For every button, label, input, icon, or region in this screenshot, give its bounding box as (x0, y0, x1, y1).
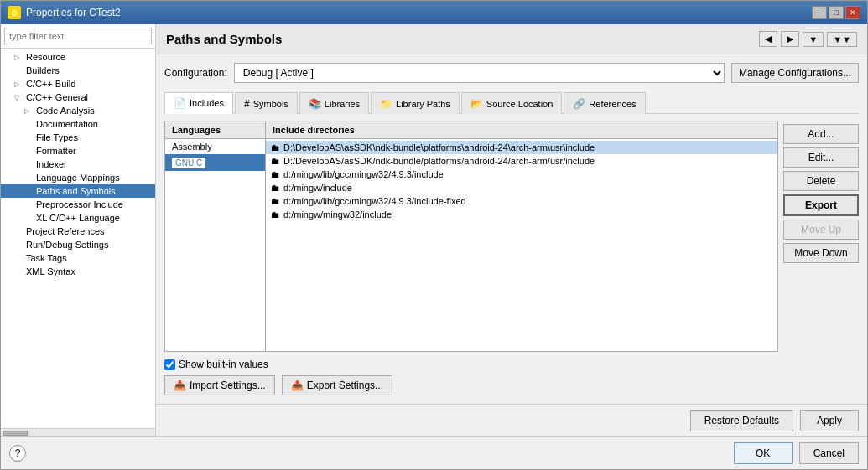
scrollbar-thumb[interactable] (3, 431, 28, 436)
tab-symbols[interactable]: # Symbols (235, 92, 298, 114)
move-down-button[interactable]: Move Down (783, 243, 859, 263)
lang-item-gnu-c[interactable]: GNU C (165, 154, 265, 171)
minimize-button[interactable]: ─ (812, 6, 827, 19)
tab-source-location-label: Source Location (486, 99, 554, 109)
panel-bottom-bar: Restore Defaults Apply (156, 404, 867, 436)
window-title: Properties for CTest2 (26, 7, 121, 18)
dir-item-6[interactable]: 🖿 d:/mingw/mingw32/include (266, 208, 777, 221)
search-input[interactable] (4, 28, 152, 44)
side-buttons: Add... Edit... Delete Export Move Up Mov… (783, 121, 859, 352)
tab-symbols-label: Symbols (253, 99, 288, 109)
symbols-tab-icon: # (244, 98, 250, 110)
config-label: Configuration: (164, 67, 227, 79)
panel-header: Paths and Symbols ◀ ▶ ▼ ▼▼ (156, 24, 867, 54)
export-settings-button[interactable]: 📤 Export Settings... (282, 375, 392, 395)
show-builtin-text: Show built-in values (179, 359, 268, 370)
sidebar-item-indexer[interactable]: Indexer (1, 158, 155, 171)
import-settings-button[interactable]: 📥 Import Settings... (164, 375, 275, 395)
title-bar: ⚙ Properties for CTest2 ─ □ ✕ (1, 1, 867, 24)
content-area: Languages Assembly GNU C (164, 121, 859, 352)
manage-configurations-button[interactable]: Manage Configurations... (731, 63, 859, 83)
lang-item-assembly[interactable]: Assembly (165, 139, 265, 154)
sidebar-item-label: Paths and Symbols (36, 186, 116, 196)
sidebar-item-project-refs[interactable]: Project References (1, 225, 155, 238)
show-builtin-label[interactable]: Show built-in values (164, 359, 268, 370)
sidebar-item-builders[interactable]: Builders (1, 64, 155, 77)
config-select[interactable]: Debug [ Active ] (234, 63, 725, 83)
tab-library-paths[interactable]: 📁 Library Paths (371, 92, 460, 114)
config-row: Configuration: Debug [ Active ] Manage C… (164, 63, 859, 83)
main-content: ▷ Resource Builders ▷ C/C++ Build ▽ C/C+… (1, 24, 867, 436)
ok-button[interactable]: OK (734, 442, 793, 464)
sidebar-item-formatter[interactable]: Formatter (1, 144, 155, 158)
includes-tab-icon: 📄 (174, 97, 186, 109)
sidebar-item-preprocessor-include[interactable]: Preprocessor Include (1, 198, 155, 211)
sidebar-item-resource[interactable]: ▷ Resource (1, 50, 155, 64)
sidebar-item-label: Formatter (36, 146, 76, 156)
sidebar-item-file-types[interactable]: File Types (1, 131, 155, 144)
tab-source-location[interactable]: 📂 Source Location (461, 92, 563, 114)
sidebar-item-label: Indexer (36, 159, 67, 169)
sidebar-item-label: Task Tags (26, 253, 67, 263)
show-builtin-checkbox[interactable] (164, 359, 175, 370)
sidebar-item-language-mappings[interactable]: Language Mappings (1, 171, 155, 184)
dir-item-1[interactable]: 🖿 D:\DevelopAS\asSDK\ndk-bundle\platform… (266, 141, 777, 154)
panel-body: Configuration: Debug [ Active ] Manage C… (156, 54, 867, 404)
back-button[interactable]: ◀ (759, 31, 777, 47)
sidebar-item-run-debug[interactable]: Run/Debug Settings (1, 238, 155, 251)
dirs-header: Include directories (266, 121, 777, 139)
cancel-button[interactable]: Cancel (799, 442, 859, 464)
sidebar-item-cpp-general[interactable]: ▽ C/C++ General (1, 90, 155, 104)
edit-button[interactable]: Edit... (783, 147, 859, 168)
dir-icon-4: 🖿 (271, 183, 280, 193)
move-up-button[interactable]: Move Up (783, 220, 859, 240)
dir-icon-3: 🖿 (271, 169, 280, 179)
sidebar: ▷ Resource Builders ▷ C/C++ Build ▽ C/C+… (1, 24, 156, 436)
sidebar-scrollbar[interactable] (1, 428, 155, 436)
sidebar-item-xml-syntax[interactable]: XML Syntax (1, 265, 155, 278)
dir-item-3[interactable]: 🖿 d:/mingw/lib/gcc/mingw32/4.9.3/include (266, 168, 777, 181)
tab-libraries[interactable]: 📚 Libraries (299, 92, 369, 114)
export-button[interactable]: Export (783, 194, 859, 216)
main-bottom-bar: ? OK Cancel (1, 436, 867, 469)
sidebar-item-documentation[interactable]: Documentation (1, 117, 155, 131)
sidebar-item-xl-cpp[interactable]: XL C/C++ Language (1, 211, 155, 225)
sidebar-item-paths-symbols[interactable]: Paths and Symbols (1, 184, 155, 198)
sidebar-item-cpp-build[interactable]: ▷ C/C++ Build (1, 77, 155, 90)
maximize-button[interactable]: □ (829, 6, 844, 19)
languages-panel: Languages Assembly GNU C (165, 121, 266, 351)
bottom-options: Show built-in values (164, 359, 859, 370)
export-icon: 📤 (291, 380, 304, 391)
expand-arrow: ▷ (14, 54, 23, 61)
dir-item-2[interactable]: 🖿 D:/DevelopAS/asSDK/ndk-bundle/platform… (266, 154, 777, 168)
dir-icon-2: 🖿 (271, 156, 280, 166)
main-window: ⚙ Properties for CTest2 ─ □ ✕ ▷ Resource (0, 0, 868, 470)
close-button[interactable]: ✕ (845, 6, 860, 19)
search-box (1, 24, 155, 49)
add-button[interactable]: Add... (783, 124, 859, 144)
apply-button[interactable]: Apply (800, 410, 859, 431)
dir-item-4[interactable]: 🖿 d:/mingw/include (266, 181, 777, 194)
dir-item-5[interactable]: 🖿 d:/mingw/lib/gcc/mingw32/4.9.3/include… (266, 194, 777, 208)
sidebar-item-code-analysis[interactable]: ▷ Code Analysis (1, 104, 155, 117)
import-export-row: 📥 Import Settings... 📤 Export Settings..… (164, 375, 859, 395)
help-button[interactable]: ? (9, 445, 26, 462)
references-tab-icon: 🔗 (573, 98, 585, 110)
dir-path-4: d:/mingw/include (283, 183, 352, 193)
sidebar-item-task-tags[interactable]: Task Tags (1, 251, 155, 265)
forward-button[interactable]: ▶ (781, 31, 799, 47)
tab-references[interactable]: 🔗 References (564, 92, 645, 114)
libraries-tab-icon: 📚 (309, 98, 321, 110)
dirs-panel: Include directories 🖿 D:\DevelopAS\asSDK… (266, 121, 777, 351)
tab-includes[interactable]: 📄 Includes (164, 92, 233, 114)
dropdown-button[interactable]: ▼ (803, 32, 824, 47)
dir-items-list: 🖿 D:\DevelopAS\asSDK\ndk-bundle\platform… (266, 139, 777, 351)
lang-assembly-label: Assembly (172, 142, 212, 152)
delete-button[interactable]: Delete (783, 171, 859, 191)
tree-area: ▷ Resource Builders ▷ C/C++ Build ▽ C/C+… (1, 49, 155, 428)
dir-icon-5: 🖿 (271, 196, 280, 206)
library-paths-tab-icon: 📁 (380, 98, 392, 110)
restore-defaults-button[interactable]: Restore Defaults (690, 410, 793, 431)
menu-button[interactable]: ▼▼ (827, 32, 857, 47)
sidebar-item-label: XL C/C++ Language (36, 213, 120, 223)
